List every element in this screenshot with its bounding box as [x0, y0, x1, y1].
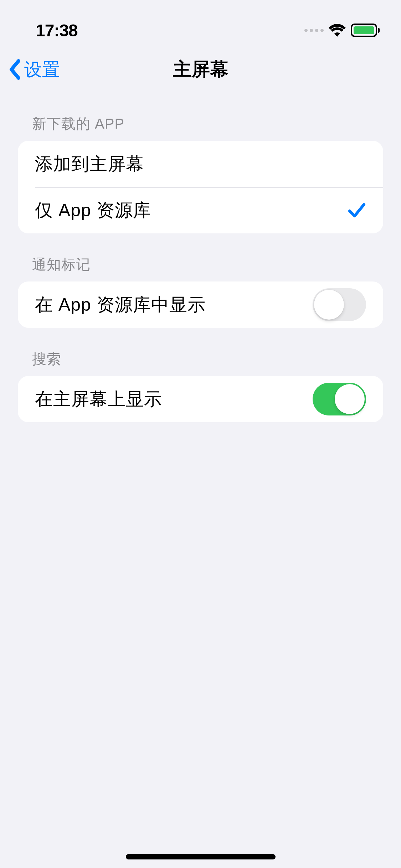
- status-time: 17:38: [36, 21, 78, 40]
- status-right: [304, 24, 380, 37]
- option-label: 仅 App 资源库: [35, 198, 151, 222]
- option-app-library-only[interactable]: 仅 App 资源库: [18, 187, 383, 233]
- toggle-show-in-app-library[interactable]: [313, 288, 366, 321]
- section-header-badges: 通知标记: [18, 233, 383, 281]
- battery-icon: [351, 24, 380, 37]
- toggle-knob: [314, 290, 344, 320]
- option-label: 添加到主屏幕: [35, 152, 144, 176]
- toggle-show-on-home[interactable]: [313, 383, 366, 415]
- row-label: 在主屏幕上显示: [35, 387, 162, 411]
- wifi-icon: [329, 24, 346, 37]
- status-bar: 17:38: [0, 0, 401, 46]
- cellular-dots-icon: [304, 29, 324, 32]
- row-show-in-app-library: 在 App 资源库中显示: [18, 281, 383, 328]
- row-label: 在 App 资源库中显示: [35, 293, 206, 317]
- nav-bar: 设置 主屏幕: [0, 46, 401, 93]
- group-badges: 在 App 资源库中显示: [18, 281, 383, 328]
- page-title: 主屏幕: [173, 57, 228, 82]
- group-new-apps: 添加到主屏幕 仅 App 资源库: [18, 141, 383, 233]
- row-show-on-home: 在主屏幕上显示: [18, 376, 383, 422]
- chevron-left-icon: [9, 59, 21, 80]
- option-add-to-home[interactable]: 添加到主屏幕: [18, 141, 383, 187]
- group-search: 在主屏幕上显示: [18, 376, 383, 422]
- checkmark-icon: [348, 201, 366, 219]
- section-header-new-apps: 新下载的 APP: [18, 93, 383, 141]
- home-indicator[interactable]: [126, 854, 276, 859]
- section-header-search: 搜索: [18, 328, 383, 376]
- toggle-knob: [335, 384, 365, 414]
- back-button[interactable]: 设置: [9, 58, 60, 82]
- back-label: 设置: [24, 58, 60, 82]
